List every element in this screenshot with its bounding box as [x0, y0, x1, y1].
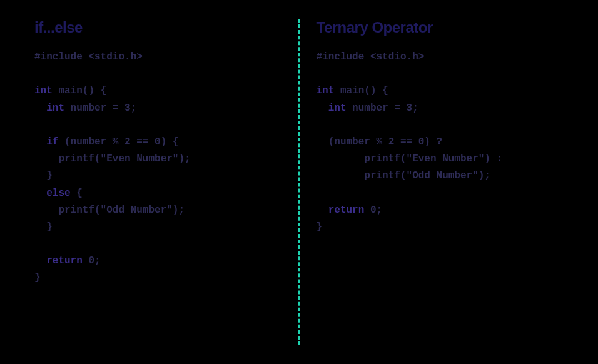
code-line: printf("Even Number") : [317, 151, 564, 168]
left-code-block: #include <stdio.h> int main() { int numb… [34, 49, 282, 287]
code-line: int number = 3; [317, 100, 564, 117]
right-heading: Ternary Operator [317, 19, 564, 36]
code-line: printf("Even Number"); [34, 151, 282, 168]
code-line [317, 117, 564, 134]
code-line: } [317, 219, 564, 236]
code-line: } [34, 270, 282, 286]
code-line: int main() { [34, 83, 282, 99]
code-line: int main() { [317, 83, 564, 99]
code-line: if (number % 2 == 0) { [34, 134, 282, 151]
keyword: int [317, 85, 335, 96]
code-line: printf("Odd Number"); [317, 168, 564, 185]
keyword: return [46, 255, 83, 266]
left-heading: if...else [34, 19, 282, 36]
left-panel: if...else #include <stdio.h> int main() … [34, 19, 295, 345]
code-line: return 0; [317, 202, 564, 219]
keyword: if [46, 136, 58, 148]
right-code-block: #include <stdio.h> int main() { int numb… [317, 49, 564, 236]
keyword: return [328, 205, 365, 216]
code-line: #include <stdio.h> [34, 49, 282, 66]
keyword: int [34, 85, 53, 96]
code-line [317, 185, 564, 202]
code-line: #include <stdio.h> [317, 49, 564, 66]
code-line: return 0; [34, 253, 282, 270]
code-line [34, 66, 282, 83]
code-line [34, 236, 282, 253]
code-line: } [34, 219, 282, 236]
keyword: else [46, 188, 70, 199]
code-line [317, 66, 564, 83]
keyword: int [46, 103, 64, 114]
vertical-divider [298, 19, 300, 345]
code-line: (number % 2 == 0) ? [317, 134, 564, 151]
code-line: printf("Odd Number"); [34, 202, 282, 219]
code-line: } [34, 168, 282, 185]
code-line [34, 117, 282, 134]
right-panel: Ternary Operator #include <stdio.h> int … [295, 19, 564, 345]
code-line: int number = 3; [34, 100, 282, 117]
keyword: int [328, 103, 347, 114]
code-line: else { [34, 185, 282, 202]
